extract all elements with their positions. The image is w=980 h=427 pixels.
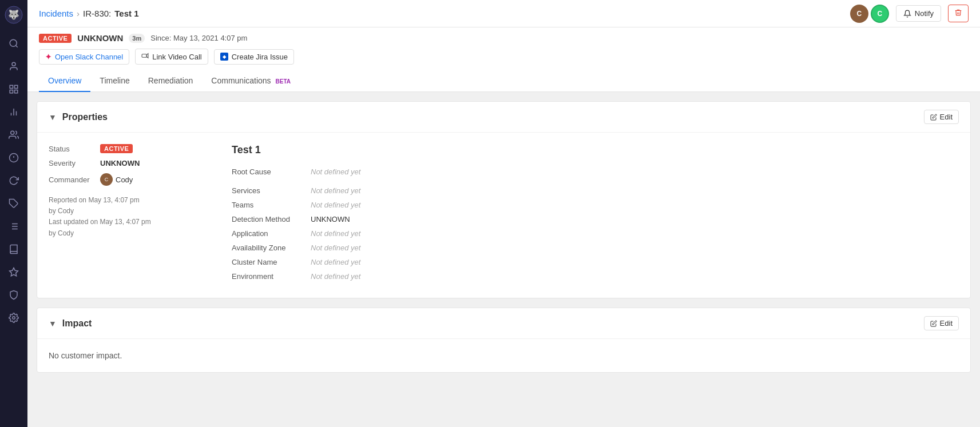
teams-label: Teams (232, 201, 306, 209)
environment-row: Environment Not defined yet (232, 272, 959, 281)
properties-left-panel: Status ACTIVE Severity UNKNOWN Commander… (49, 144, 209, 286)
tab-remediation[interactable]: Remediation (139, 70, 203, 92)
svg-rect-4 (10, 85, 13, 88)
severity-label: UNKNOWN (77, 33, 123, 43)
topbar-right: C C Notify (850, 5, 969, 23)
shield-icon[interactable] (3, 285, 24, 305)
status-prop-label: Status (49, 145, 100, 153)
root-cause-value: Not defined yet (311, 167, 360, 176)
impact-edit-icon (930, 320, 937, 327)
incident-title: Test 1 (232, 144, 959, 156)
impact-body: No customer impact. (37, 339, 970, 372)
severity-row-prop: Severity UNKNOWN (49, 159, 209, 167)
teams-row: Teams Not defined yet (232, 201, 959, 209)
application-row: Application Not defined yet (232, 229, 959, 238)
commander-row-prop: Commander C Cody (49, 173, 209, 186)
detection-method-row: Detection Method UNKNOWN (232, 215, 959, 224)
notify-button[interactable]: Notify (896, 5, 941, 22)
alert-icon[interactable] (3, 147, 24, 168)
puzzle-icon[interactable] (3, 193, 24, 214)
properties-title: Properties (62, 112, 918, 122)
trash-icon (954, 9, 962, 17)
services-value: Not defined yet (311, 186, 360, 195)
commander-prop-label: Commander (49, 175, 100, 184)
application-value: Not defined yet (311, 229, 360, 238)
tab-communications[interactable]: Communications BETA (202, 70, 300, 92)
availability-zone-row: Availability Zone Not defined yet (232, 244, 959, 252)
root-cause-row: Root Cause Not defined yet (232, 167, 959, 176)
cluster-name-value: Not defined yet (311, 258, 360, 266)
chart-icon[interactable] (3, 102, 24, 122)
impact-card: ▼ Impact Edit No customer impact. (37, 308, 971, 373)
app-logo[interactable]: 🐺 (5, 6, 23, 24)
properties-edit-button[interactable]: Edit (924, 110, 959, 124)
severity-prop-value: UNKNOWN (100, 159, 140, 167)
properties-card-body: Status ACTIVE Severity UNKNOWN Commander… (37, 133, 970, 298)
svg-point-23 (13, 317, 15, 320)
open-slack-button[interactable]: ✦ Open Slack Channel (39, 49, 129, 65)
cluster-name-row: Cluster Name Not defined yet (232, 258, 959, 266)
avatar-user2[interactable]: C (871, 5, 889, 23)
settings-icon[interactable] (3, 308, 24, 328)
search-icon[interactable] (3, 33, 24, 54)
properties-card-header: ▼ Properties Edit (37, 102, 970, 133)
reported-line2: by Cody (49, 206, 209, 217)
properties-right-panel: Test 1 Root Cause Not defined yet Servic… (232, 144, 959, 286)
svg-rect-5 (15, 85, 18, 88)
svg-point-3 (12, 62, 15, 66)
breadcrumb-incidents-link[interactable]: Incidents (39, 9, 73, 18)
breadcrumb-separator: › (77, 9, 80, 18)
reported-line1: Reported on May 13, 4:07 pm (49, 195, 209, 206)
application-label: Application (232, 229, 306, 238)
tabs: Overview Timeline Remediation Communicat… (27, 70, 980, 92)
tab-timeline[interactable]: Timeline (90, 70, 138, 92)
meta-info: Reported on May 13, 4:07 pm by Cody Last… (49, 195, 209, 239)
svg-point-11 (11, 131, 14, 134)
create-jira-button[interactable]: ◆ Create Jira Issue (214, 49, 294, 65)
environment-label: Environment (232, 272, 306, 281)
breadcrumb: Incidents › IR-830: Test 1 (39, 9, 139, 18)
severity-prop-label: Severity (49, 159, 100, 167)
main-content: Incidents › IR-830: Test 1 C C Notify AC… (27, 0, 980, 427)
grid-icon[interactable] (3, 79, 24, 99)
properties-chevron-icon[interactable]: ▼ (49, 113, 57, 122)
star-icon[interactable] (3, 262, 24, 282)
detection-method-value: UNKNOWN (311, 215, 350, 224)
impact-edit-button[interactable]: Edit (924, 316, 959, 330)
content-area: ▼ Properties Edit Status ACTIVE Severity… (27, 92, 980, 427)
impact-title: Impact (62, 318, 918, 329)
breadcrumb-title: Test 1 (114, 9, 138, 18)
updated-line2: by Cody (49, 228, 209, 239)
bell-icon (903, 10, 911, 18)
svg-rect-24 (142, 54, 146, 57)
services-row: Services Not defined yet (232, 186, 959, 195)
impact-chevron-icon[interactable]: ▼ (49, 319, 57, 328)
svg-rect-6 (10, 90, 13, 93)
video-icon (141, 52, 149, 61)
edit-icon (930, 114, 937, 121)
tab-overview[interactable]: Overview (39, 70, 90, 92)
refresh-icon[interactable] (3, 170, 24, 191)
slack-icon: ✦ (45, 53, 51, 61)
commander-name: Cody (116, 175, 133, 184)
link-video-button[interactable]: Link Video Call (135, 49, 208, 65)
status-bar: ACTIVE UNKNOWN 3m Since: May 13, 2021 4:… (27, 27, 980, 70)
book-icon[interactable] (3, 239, 24, 260)
sidebar: 🐺 (0, 0, 27, 427)
avatar-user1[interactable]: C (850, 5, 868, 23)
delete-button[interactable] (948, 5, 969, 22)
teams-value: Not defined yet (311, 201, 360, 209)
svg-marker-25 (146, 54, 148, 58)
status-row: ACTIVE UNKNOWN 3m Since: May 13, 2021 4:… (39, 33, 969, 43)
root-cause-label: Root Cause (232, 167, 306, 176)
team-icon[interactable] (3, 125, 24, 145)
svg-rect-7 (15, 90, 18, 93)
user-icon[interactable] (3, 56, 24, 77)
properties-card: ▼ Properties Edit Status ACTIVE Severity… (37, 101, 971, 298)
breadcrumb-id: IR-830: (83, 9, 111, 18)
list-icon[interactable] (3, 216, 24, 237)
svg-marker-22 (10, 268, 18, 276)
action-row: ✦ Open Slack Channel Link Video Call ◆ C… (39, 49, 969, 65)
svg-point-2 (10, 39, 17, 46)
impact-card-header: ▼ Impact Edit (37, 308, 970, 339)
